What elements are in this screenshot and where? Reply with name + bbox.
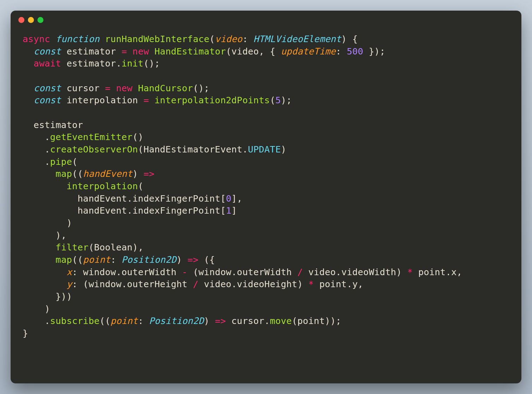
minimize-icon[interactable] [28,17,34,23]
maximize-icon[interactable] [37,17,43,23]
code-content: async function runHandWebInterface(video… [11,23,521,352]
code-window: async function runHandWebInterface(video… [11,11,521,383]
close-icon[interactable] [18,17,24,23]
window-titlebar [11,11,521,23]
